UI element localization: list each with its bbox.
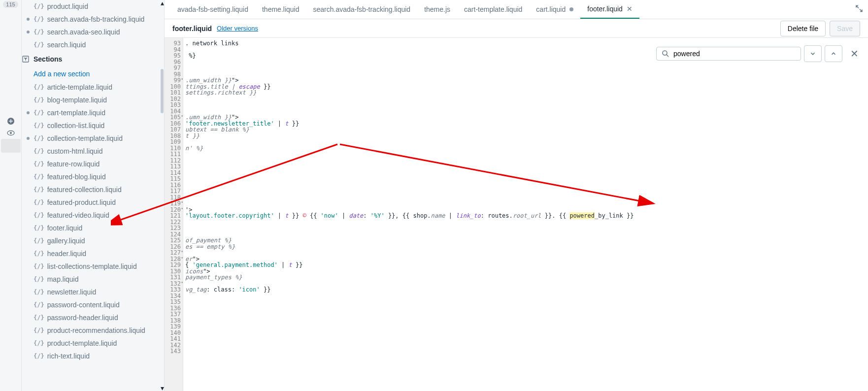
code-line[interactable] <box>183 71 868 77</box>
code-line[interactable] <box>183 163 868 169</box>
scroll-down-arrow[interactable]: ▾ <box>160 385 164 391</box>
code-line[interactable] <box>183 188 868 194</box>
sections-header[interactable]: Sections <box>22 51 164 67</box>
code-line[interactable] <box>183 157 868 163</box>
code-line[interactable]: es == empty %} <box>183 243 868 250</box>
expand-icon[interactable] <box>855 5 863 13</box>
code-line[interactable] <box>183 231 868 237</box>
code-line[interactable] <box>183 65 868 71</box>
file-item[interactable]: {/}header.liquid <box>22 247 164 260</box>
code-line[interactable]: of_payment %} <box>183 237 868 243</box>
file-item[interactable]: {/}gallery.liquid <box>22 234 164 247</box>
scrollbar-thumb[interactable] <box>161 69 164 113</box>
search-input-wrap[interactable] <box>656 47 801 61</box>
code-line[interactable]: ttings.title | escape }} <box>183 83 868 90</box>
code-line[interactable] <box>183 280 868 287</box>
file-item[interactable]: {/}featured-blog.liquid <box>22 170 164 183</box>
code-line[interactable]: 'layout.footer.copyright' | t }} © {{ 'n… <box>183 212 868 219</box>
file-item[interactable]: {/}footer.liquid <box>22 222 164 234</box>
file-item[interactable]: {/}search.avada-seo.liquid <box>22 26 164 38</box>
code-line[interactable] <box>183 342 868 348</box>
plus-icon[interactable] <box>7 117 15 125</box>
scroll-up-arrow[interactable]: ▴ <box>160 0 164 6</box>
file-item[interactable]: {/}featured-collection.liquid <box>22 183 164 196</box>
file-item[interactable]: {/}rich-text.liquid <box>22 350 164 362</box>
file-item[interactable]: {/}featured-video.liquid <box>22 209 164 222</box>
code-line[interactable] <box>183 169 868 176</box>
code-line[interactable]: { 'general.payment.method' | t }} <box>183 261 868 268</box>
code-line[interactable]: settings.richtext }} <box>183 89 868 96</box>
file-item[interactable]: {/}product-template.liquid <box>22 337 164 350</box>
file-item[interactable]: {/}search.avada-fsb-tracking.liquid <box>22 13 164 26</box>
code-line[interactable]: 'footer.newsletter_title' | t }} <box>183 120 868 127</box>
code-line[interactable] <box>183 138 868 145</box>
search-next-button[interactable] <box>804 45 822 62</box>
delete-file-button[interactable]: Delete file <box>780 21 826 36</box>
tab[interactable]: cart.liquid <box>529 0 580 19</box>
search-input[interactable] <box>673 50 796 58</box>
tab[interactable]: theme.js <box>417 0 457 19</box>
older-versions-link[interactable]: Older versions <box>217 25 258 32</box>
file-item[interactable]: {/}product-recommendations.liquid <box>22 324 164 337</box>
code-editor[interactable]: 93949596979899▾100101102103104105▾106107… <box>165 38 868 391</box>
code-line[interactable] <box>183 96 868 102</box>
code-line[interactable] <box>183 335 868 342</box>
code-line[interactable] <box>183 317 868 324</box>
code-line[interactable]: .umn_width }}"> <box>183 114 868 120</box>
code-line[interactable] <box>183 225 868 231</box>
code-line[interactable] <box>183 200 868 206</box>
code-line[interactable]: ubtext == blank %} <box>183 126 868 132</box>
code-line[interactable] <box>183 329 868 336</box>
search-prev-button[interactable] <box>825 45 842 62</box>
code-line[interactable] <box>183 194 868 200</box>
file-item[interactable]: {/}password-content.liquid <box>22 298 164 311</box>
code-line[interactable] <box>183 108 868 114</box>
search-close-button[interactable]: ✕ <box>845 45 863 62</box>
tab[interactable]: avada-fsb-setting.liquid <box>170 0 255 19</box>
code-line[interactable]: t }} <box>183 132 868 139</box>
code-line[interactable]: vg_tag: class: 'icon' }} <box>183 286 868 293</box>
file-item[interactable]: {/}password-header.liquid <box>22 311 164 324</box>
code-line[interactable]: icons"> <box>183 268 868 274</box>
code-line[interactable]: '> <box>183 206 868 213</box>
file-item[interactable]: {/}collection-template.liquid <box>22 132 164 145</box>
file-item[interactable]: {/}article-template.liquid <box>22 81 164 94</box>
file-item[interactable]: {/}feature-row.liquid <box>22 158 164 170</box>
code-line[interactable] <box>183 182 868 188</box>
add-section-link[interactable]: Add a new section <box>22 67 164 81</box>
file-item[interactable]: {/}product.liquid <box>22 0 164 13</box>
code-line[interactable] <box>183 219 868 225</box>
eye-icon[interactable] <box>7 129 15 137</box>
file-item[interactable]: {/}newsletter.liquid <box>22 286 164 298</box>
code-line[interactable] <box>183 311 868 317</box>
code-line[interactable] <box>183 323 868 329</box>
tab[interactable]: theme.liquid <box>255 0 306 19</box>
file-item[interactable]: {/}collection-list.liquid <box>22 119 164 132</box>
code-line[interactable] <box>183 293 868 299</box>
file-item[interactable]: {/}search.liquid <box>22 38 164 51</box>
code-line[interactable] <box>183 249 868 256</box>
code-line[interactable]: er"> <box>183 256 868 262</box>
code-line[interactable] <box>183 298 868 305</box>
file-item[interactable]: {/}cart-template.liquid <box>22 106 164 119</box>
file-item[interactable]: {/}blog-template.liquid <box>22 94 164 106</box>
file-item[interactable]: {/}featured-product.liquid <box>22 196 164 209</box>
code-line[interactable] <box>183 348 868 354</box>
file-item[interactable]: {/}map.liquid <box>22 273 164 286</box>
code-line[interactable]: n' %} <box>183 145 868 151</box>
file-name: cart-template.liquid <box>47 109 105 117</box>
code-line[interactable] <box>183 101 868 108</box>
tab[interactable]: search.avada-fsb-tracking.liquid <box>306 0 417 19</box>
tab[interactable]: footer.liquid✕ <box>580 0 639 19</box>
code-line[interactable] <box>183 175 868 182</box>
code-line[interactable]: .umn_width }}"> <box>183 77 868 83</box>
code-line[interactable] <box>183 305 868 311</box>
sidebar-scrollbar[interactable]: ▴ ▾ <box>160 0 164 391</box>
file-item[interactable]: {/}custom-html.liquid <box>22 145 164 158</box>
code-line[interactable]: payment_types %} <box>183 274 868 280</box>
close-icon[interactable]: ✕ <box>627 5 633 13</box>
tab[interactable]: cart-template.liquid <box>457 0 529 19</box>
code-line[interactable] <box>183 151 868 157</box>
code-area[interactable]: . network links %}.umn_width }}">ttings.… <box>183 38 868 391</box>
file-item[interactable]: {/}list-collections-template.liquid <box>22 260 164 273</box>
